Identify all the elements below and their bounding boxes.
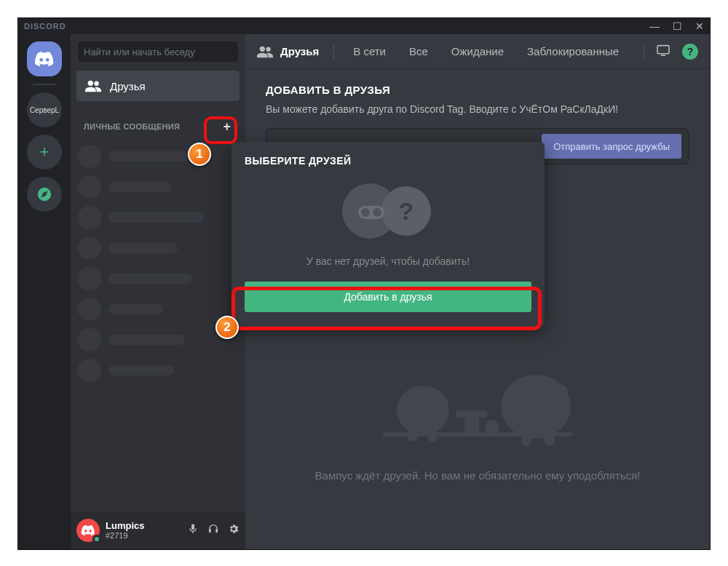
dm-skeleton <box>78 145 238 168</box>
popover-add-friends-button[interactable]: Добавить в друзья <box>245 282 531 312</box>
create-dm-button[interactable]: + <box>219 119 235 135</box>
tab-pending[interactable]: Ожидание <box>447 44 508 59</box>
headphones-icon <box>207 523 219 535</box>
new-group-dm-button[interactable] <box>656 44 670 58</box>
svg-rect-0 <box>657 46 669 54</box>
svg-point-5 <box>547 383 568 401</box>
svg-point-12 <box>485 420 499 434</box>
svg-rect-4 <box>545 429 555 446</box>
svg-rect-1 <box>661 55 665 56</box>
dm-header: ЛИЧНЫЕ СООБЩЕНИЯ + <box>71 108 245 139</box>
dm-skeleton <box>78 236 238 260</box>
svg-point-7 <box>397 386 449 435</box>
dm-skeleton <box>78 328 238 351</box>
add-server-button[interactable]: + <box>27 135 62 170</box>
add-friend-title: ДОБАВИТЬ В ДРУЗЬЯ <box>266 84 689 96</box>
dm-skeleton <box>78 359 238 382</box>
popover-title: ВЫБЕРИТЕ ДРУЗЕЙ <box>245 155 531 167</box>
svg-rect-3 <box>521 429 531 446</box>
deafen-button[interactable] <box>207 523 219 538</box>
minimize-button[interactable]: — <box>649 20 660 32</box>
dm-search[interactable]: Найти или начать беседу <box>78 41 238 62</box>
friends-icon <box>85 79 101 92</box>
monitor-icon <box>656 44 670 56</box>
discord-logo-icon <box>34 49 55 69</box>
svg-text:?: ? <box>399 197 414 225</box>
dm-skeleton <box>78 206 238 229</box>
window-controls: — ☐ ✕ <box>649 20 704 32</box>
user-info: Lumpics #2719 <box>106 521 181 540</box>
channel-column: Найти или начать беседу Друзья ЛИЧНЫЕ СО… <box>71 34 245 549</box>
popover-message: У вас нет друзей, чтобы добавить! <box>245 255 531 267</box>
dm-header-label: ЛИЧНЫЕ СООБЩЕНИЯ <box>84 122 180 131</box>
svg-rect-9 <box>428 429 437 442</box>
nav-separator <box>333 44 334 60</box>
tab-blocked[interactable]: Заблокированные <box>523 44 623 59</box>
user-avatar[interactable] <box>76 519 100 542</box>
add-friend-subtitle: Вы можете добавить друга по Discord Tag.… <box>266 103 689 115</box>
dm-skeleton <box>78 175 238 199</box>
compass-icon <box>36 186 52 202</box>
server-rail: СерверL + <box>18 34 71 549</box>
user-panel: Lumpics #2719 <box>71 511 245 549</box>
nav-right: ? <box>644 44 698 60</box>
svg-point-19 <box>344 197 359 215</box>
tab-online[interactable]: В сети <box>349 44 390 59</box>
nav-friends-label: Друзья <box>280 45 319 57</box>
microphone-icon <box>187 523 199 535</box>
tab-all[interactable]: Все <box>405 44 432 59</box>
dm-skeleton <box>78 267 238 290</box>
username: Lumpics <box>106 521 181 531</box>
svg-rect-8 <box>408 429 417 442</box>
close-button[interactable]: ✕ <box>695 20 704 32</box>
help-button[interactable]: ? <box>682 44 698 60</box>
home-button[interactable] <box>27 41 62 76</box>
server-item[interactable]: СерверL <box>27 92 62 127</box>
select-friends-popover: ВЫБЕРИТЕ ДРУЗЕЙ ? У вас нет друзей, чтоб… <box>232 142 545 327</box>
nav-separator <box>644 44 644 60</box>
maximize-button[interactable]: ☐ <box>673 20 682 32</box>
friends-nav-label: Друзья <box>110 80 146 92</box>
titlebar-app-name: DISCORD <box>24 22 66 31</box>
mute-button[interactable] <box>187 523 199 538</box>
nav-friends-heading: Друзья <box>257 45 319 58</box>
popover-illustration: ? <box>245 180 531 242</box>
settings-button[interactable] <box>228 523 240 538</box>
titlebar: DISCORD — ☐ ✕ <box>18 18 710 34</box>
empty-state-text: Вампус ждёт друзей. Но вам не обязательн… <box>315 469 641 482</box>
dm-list <box>71 139 245 511</box>
status-indicator <box>92 535 101 543</box>
user-tag: #2719 <box>106 531 181 540</box>
top-nav: Друзья В сети Все Ожидание Заблокированн… <box>245 34 710 69</box>
friends-nav-item[interactable]: Друзья <box>76 71 240 101</box>
dm-skeleton <box>78 298 238 321</box>
svg-point-17 <box>361 208 370 217</box>
rail-separator <box>33 84 56 85</box>
svg-rect-11 <box>456 410 488 418</box>
explore-button[interactable] <box>27 177 62 212</box>
friends-icon <box>257 45 273 58</box>
send-friend-request-button[interactable]: Отправить запрос дружбы <box>542 134 681 159</box>
gear-icon <box>228 523 240 535</box>
user-controls <box>187 523 240 538</box>
svg-point-18 <box>373 208 381 217</box>
